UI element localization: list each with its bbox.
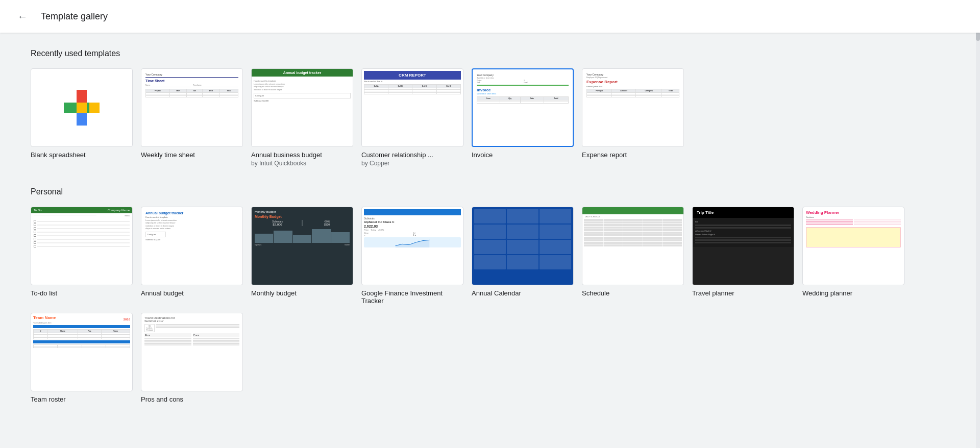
template-thumb-todo[interactable]: To Do Company Name Status: [31, 207, 133, 285]
template-name-trip: Travel planner: [692, 289, 794, 297]
template-name-annual-biz: Annual business budget: [251, 151, 353, 159]
svg-rect-2: [77, 103, 87, 113]
back-button[interactable]: ←: [12, 6, 33, 27]
svg-rect-6: [89, 103, 100, 113]
section-title-personal: Personal: [31, 187, 949, 196]
main-content: Recently used templates Blank spreadshee…: [0, 33, 980, 448]
google-plus-icon: [61, 87, 102, 128]
template-thumb-monthly-budget[interactable]: Monthly Budget Monthly Budget Subtotals …: [251, 207, 353, 285]
svg-rect-5: [64, 103, 77, 113]
template-thumb-wedding[interactable]: Wedding Planner Sections: [802, 207, 904, 285]
template-sub-annual-biz: by Intuit Quickbooks: [251, 160, 353, 167]
svg-rect-4: [77, 113, 87, 126]
template-name-calendar: Annual Calendar: [472, 289, 574, 297]
template-invoice[interactable]: Your Company Sub title or short desc Pro…: [472, 68, 574, 167]
template-crm[interactable]: CRM REPORT How to use this data kit Col …: [361, 68, 463, 167]
template-thumb-calendar[interactable]: [472, 207, 574, 285]
template-thumb-invoice[interactable]: Your Company Sub title or short desc Pro…: [472, 68, 574, 147]
template-thumb-expense[interactable]: Your Company Employee ID | Department Ex…: [582, 68, 684, 147]
template-blank[interactable]: Blank spreadsheet: [31, 68, 133, 167]
template-monthly-budget[interactable]: Monthly Budget Monthly Budget Subtotals …: [251, 207, 353, 305]
template-thumb-annual-biz[interactable]: Annual budget tracker How to use this te…: [251, 68, 353, 147]
template-thumb-finance[interactable]: Subtotals Alphabet Inc Class C 2,622.03 …: [361, 207, 463, 285]
section-title-recent: Recently used templates: [31, 49, 949, 58]
template-thumb-blank[interactable]: [31, 68, 133, 147]
app-header: ← Template gallery: [0, 0, 980, 33]
personal-templates-grid: To Do Company Name Status: [31, 207, 949, 403]
template-finance[interactable]: Subtotals Alphabet Inc Class C 2,622.03 …: [361, 207, 463, 305]
template-name-crm: Customer relationship ...: [361, 151, 463, 159]
template-schedule[interactable]: DAILY SCHEDULE: [582, 207, 684, 305]
template-name-timesheet: Weekly time sheet: [141, 151, 243, 159]
template-pros[interactable]: Travel Destinations forSummer 2017 11 Li…: [141, 313, 243, 403]
template-todo[interactable]: To Do Company Name Status: [31, 207, 133, 305]
template-name-monthly-budget: Monthly budget: [251, 289, 353, 297]
svg-marker-7: [396, 240, 430, 247]
template-expense[interactable]: Your Company Employee ID | Department Ex…: [582, 68, 684, 167]
template-thumb-pros[interactable]: Travel Destinations forSummer 2017 11 Li…: [141, 313, 243, 391]
template-thumb-team[interactable]: Team Name 2016 Your subtitle goes here #…: [31, 313, 133, 391]
template-annual-biz[interactable]: Annual budget tracker How to use this te…: [251, 68, 353, 167]
template-name-expense: Expense report: [582, 151, 684, 159]
page-title: Template gallery: [41, 11, 108, 22]
template-name-invoice: Invoice: [472, 151, 574, 159]
recent-templates-grid: Blank spreadsheet Your Company Time Shee…: [31, 68, 949, 167]
template-name-todo: To-do list: [31, 289, 133, 297]
scrollbar[interactable]: [976, 0, 980, 448]
template-name-pros: Pros and cons: [141, 395, 243, 403]
template-timesheet[interactable]: Your Company Time Sheet Name Timeframe: [141, 68, 243, 167]
svg-rect-3: [77, 90, 87, 103]
template-thumb-timesheet[interactable]: Your Company Time Sheet Name Timeframe: [141, 68, 243, 147]
section-recently-used: Recently used templates Blank spreadshee…: [31, 49, 949, 167]
template-thumb-schedule[interactable]: DAILY SCHEDULE: [582, 207, 684, 285]
template-thumb-trip[interactable]: Trip Title 9/5 airline and flight # Depa…: [692, 207, 794, 285]
template-thumb-crm[interactable]: CRM REPORT How to use this data kit Col …: [361, 68, 463, 147]
template-team[interactable]: Team Name 2016 Your subtitle goes here #…: [31, 313, 133, 403]
template-name-schedule: Schedule: [582, 289, 684, 297]
template-name-blank: Blank spreadsheet: [31, 151, 133, 159]
template-annual-budget[interactable]: Annual budget tracker How to use this te…: [141, 207, 243, 305]
template-name-wedding: Wedding planner: [802, 289, 904, 297]
template-name-finance: Google Finance Investment Tracker: [361, 289, 463, 305]
section-personal: Personal To Do Company Name Stat: [31, 187, 949, 403]
template-wedding[interactable]: Wedding Planner Sections: [802, 207, 904, 305]
template-trip[interactable]: Trip Title 9/5 airline and flight # Depa…: [692, 207, 794, 305]
template-name-team: Team roster: [31, 395, 133, 403]
template-thumb-annual-budget[interactable]: Annual budget tracker How to use this te…: [141, 207, 243, 285]
template-name-annual-budget: Annual budget: [141, 289, 243, 297]
template-calendar[interactable]: Annual Calendar: [472, 207, 574, 305]
template-sub-crm: by Copper: [361, 160, 463, 167]
